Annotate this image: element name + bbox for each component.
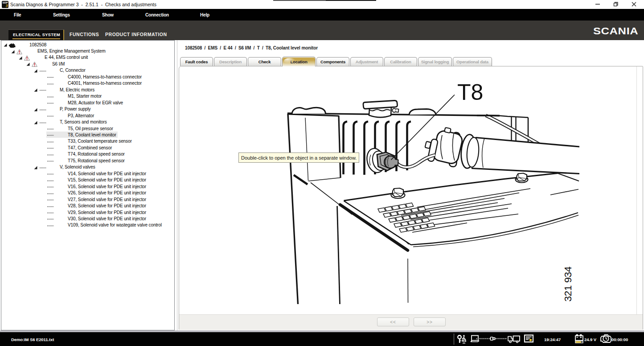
svg-text:321 934: 321 934 <box>562 267 574 302</box>
svg-text:T8: T8 <box>457 80 483 105</box>
